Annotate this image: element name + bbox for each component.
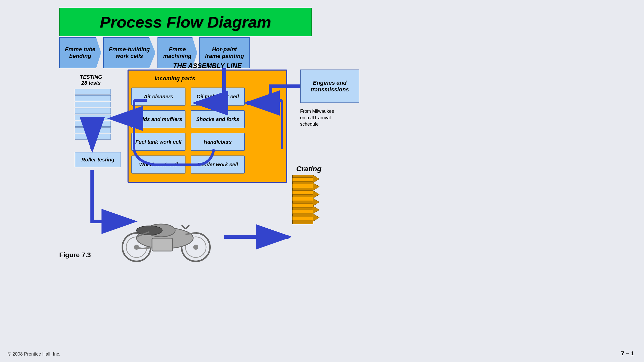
from-milwaukee-text: From Milwaukeeon a JIT arrivalschedule [300,108,352,128]
cell-fuel-tank: Fuel tank work cell [131,133,185,151]
bar-5 [75,115,111,120]
bar-6 [75,121,111,127]
testing-label: TESTING 28 tests [80,74,102,86]
testing-count: 28 tests [80,80,102,86]
svg-marker-10 [313,191,319,198]
svg-marker-9 [313,183,319,191]
incoming-parts-label: Incoming parts [155,75,195,82]
flow-step-1: Frame tubebending [59,37,101,68]
title-box: Process Flow Diagram [59,8,312,36]
crating-label: Crating [296,165,321,173]
assembly-line-label: THE ASSEMBLY LINE [128,62,287,70]
bar-8 [75,134,111,140]
svg-rect-5 [292,203,313,207]
bar-4 [75,108,111,114]
bar-7 [75,127,111,133]
svg-marker-11 [313,198,319,206]
page-title: Process Flow Diagram [62,13,309,31]
engines-transmissions-box: Engines andtransmissions [300,70,359,103]
svg-rect-1 [292,178,313,182]
svg-marker-12 [313,206,319,214]
bar-1 [75,89,111,94]
roller-label: Roller testing [81,157,114,163]
svg-rect-3 [292,191,313,194]
svg-rect-6 [292,210,313,214]
engines-label: Engines andtransmissions [310,80,349,93]
svg-rect-7 [292,216,313,220]
testing-title: TESTING [80,74,102,80]
work-cells-grid: Air cleaners Oil tank work cell Fluids a… [131,88,245,174]
crating-visual [291,175,319,227]
svg-marker-8 [313,175,319,183]
cell-oil-tank: Oil tank work cell [191,88,245,106]
motorcycle-svg [116,201,214,263]
cell-shocks-forks: Shocks and forks [191,110,245,128]
copyright: © 2008 Prentice Hall, Inc. [8,351,60,357]
svg-rect-2 [292,184,313,188]
cell-air-cleaners: Air cleaners [131,88,185,106]
svg-marker-13 [313,214,319,221]
bar-2 [75,95,111,101]
crating-svg [291,175,319,227]
svg-point-27 [193,245,198,250]
figure-label: Figure 7.3 [59,251,91,259]
svg-rect-31 [152,238,173,251]
roller-testing-box: Roller testing [75,152,121,167]
cell-handlebars: Handlebars [191,133,245,151]
svg-point-30 [137,226,162,235]
page-number: 7 – 1 [621,350,634,357]
testing-stack [75,89,111,140]
bar-3 [75,102,111,107]
svg-rect-4 [292,197,313,201]
cell-wheel: Wheel work cell [131,156,185,174]
cell-fender: Fender work cell [191,156,245,174]
cell-fluids-mufflers: Fluids and mufflers [131,110,185,128]
